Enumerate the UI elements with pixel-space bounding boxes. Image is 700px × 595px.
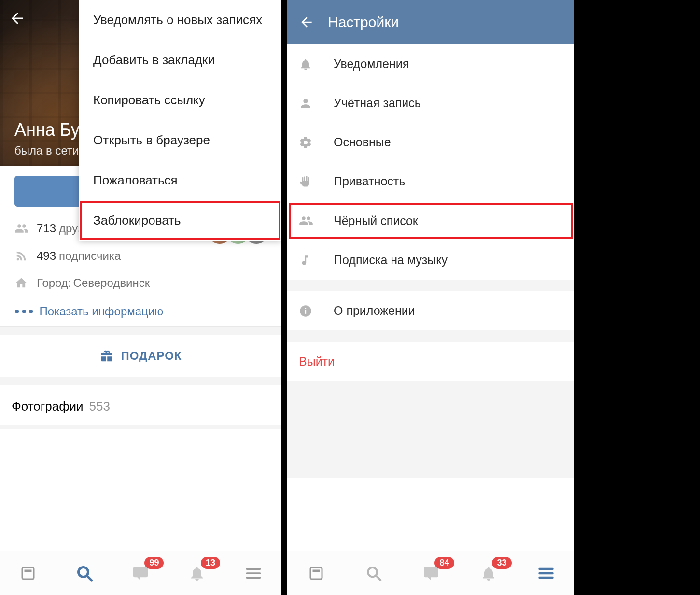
svg-line-3 bbox=[87, 576, 92, 581]
hamburger-icon bbox=[245, 565, 262, 582]
nav-menu[interactable] bbox=[532, 560, 560, 587]
profile-last-seen: была в сети bbox=[14, 144, 79, 157]
bell-icon bbox=[299, 57, 334, 71]
nav-news[interactable] bbox=[303, 560, 330, 587]
arrow-left-icon bbox=[9, 10, 26, 27]
settings-item-label: О приложении bbox=[334, 304, 415, 318]
menu-open-browser[interactable]: Открыть в браузере bbox=[79, 120, 281, 160]
search-icon bbox=[75, 564, 94, 583]
music-icon bbox=[299, 254, 334, 267]
show-info-label: Показать информацию bbox=[40, 305, 164, 318]
photos-label: Фотографии bbox=[12, 399, 84, 414]
separator bbox=[287, 381, 574, 478]
settings-blacklist[interactable]: Чёрный список bbox=[287, 201, 574, 241]
nav-news[interactable] bbox=[14, 560, 42, 587]
nav-notifications[interactable]: 13 bbox=[183, 560, 210, 587]
nav-search[interactable] bbox=[71, 560, 98, 587]
separator bbox=[0, 425, 281, 429]
photos-count: 553 bbox=[89, 399, 110, 414]
show-info-row[interactable]: ••• Показать информацию bbox=[0, 297, 281, 326]
settings-list: Уведомления Учётная запись Основные Прив… bbox=[287, 44, 574, 280]
appbar-title: Настройки bbox=[328, 14, 399, 30]
svg-rect-8 bbox=[312, 569, 320, 572]
separator bbox=[287, 280, 574, 291]
city-value: Северодвинск bbox=[73, 276, 150, 290]
city-row: Город: Северодвинск bbox=[0, 269, 281, 297]
profile-screen: Анна Бу была в сети Сообще 713 друзей 49… bbox=[0, 0, 287, 595]
settings-screen: Настройки Уведомления Учётная запись Осн… bbox=[287, 0, 574, 595]
svg-rect-6 bbox=[305, 308, 306, 309]
separator bbox=[0, 326, 281, 335]
badge-notifications: 13 bbox=[201, 557, 220, 569]
back-button[interactable] bbox=[9, 10, 26, 27]
settings-general[interactable]: Основные bbox=[287, 123, 574, 162]
info-icon bbox=[299, 304, 334, 318]
settings-privacy[interactable]: Приватность bbox=[287, 162, 574, 201]
friends-icon bbox=[14, 221, 37, 236]
friends-count: 713 bbox=[37, 222, 56, 235]
logout-button[interactable]: Выйти bbox=[287, 342, 574, 381]
svg-line-10 bbox=[376, 575, 380, 580]
settings-music[interactable]: Подписка на музыку bbox=[287, 241, 574, 280]
more-icon: ••• bbox=[14, 303, 36, 320]
city-label: Город: bbox=[37, 276, 71, 290]
menu-bookmark[interactable]: Добавить в закладки bbox=[79, 40, 281, 80]
followers-count: 493 bbox=[37, 249, 56, 263]
arrow-left-icon bbox=[299, 14, 314, 30]
menu-notify[interactable]: Уведомлять о новых записях bbox=[79, 0, 281, 40]
gift-label: ПОДАРОК bbox=[121, 349, 182, 363]
settings-item-label: Учётная запись bbox=[334, 96, 421, 110]
settings-item-label: Приватность bbox=[334, 174, 405, 188]
badge-messages: 84 bbox=[434, 557, 454, 569]
separator bbox=[0, 377, 281, 385]
rss-icon bbox=[14, 249, 37, 263]
appbar: Настройки bbox=[287, 0, 574, 44]
logout-label: Выйти bbox=[299, 354, 335, 368]
nav-search[interactable] bbox=[360, 560, 387, 587]
hand-icon bbox=[299, 175, 334, 188]
nav-messages[interactable]: 99 bbox=[127, 560, 154, 587]
gift-button[interactable]: ПОДАРОК bbox=[0, 335, 281, 377]
gift-icon bbox=[99, 349, 114, 363]
profile-menu-dropdown: Уведомлять о новых записях Добавить в за… bbox=[79, 0, 281, 241]
followers-row[interactable]: 493 подписчика bbox=[0, 242, 281, 269]
nav-menu[interactable] bbox=[240, 560, 267, 587]
nav-messages[interactable]: 84 bbox=[418, 560, 445, 587]
back-button[interactable] bbox=[299, 14, 314, 30]
menu-copy-link[interactable]: Копировать ссылку bbox=[79, 80, 281, 120]
svg-rect-1 bbox=[25, 569, 32, 572]
bottom-nav: 99 13 bbox=[0, 551, 281, 595]
settings-account[interactable]: Учётная запись bbox=[287, 84, 574, 123]
settings-item-label: Уведомления bbox=[334, 57, 409, 71]
bottom-nav: 84 33 bbox=[287, 551, 574, 595]
newsfeed-icon bbox=[19, 565, 37, 582]
menu-report[interactable]: Пожаловаться bbox=[79, 160, 281, 200]
settings-item-label: Подписка на музыку bbox=[334, 253, 448, 267]
followers-label: подписчика bbox=[59, 249, 121, 263]
separator bbox=[287, 330, 574, 342]
settings-item-label: Основные bbox=[334, 135, 391, 149]
badge-messages: 99 bbox=[144, 557, 164, 569]
svg-rect-5 bbox=[305, 310, 306, 313]
gear-icon bbox=[299, 136, 334, 149]
hamburger-icon bbox=[537, 565, 555, 582]
settings-notifications[interactable]: Уведомления bbox=[287, 44, 574, 84]
home-icon bbox=[14, 276, 37, 290]
photos-header[interactable]: Фотографии 553 bbox=[0, 385, 281, 425]
menu-block[interactable]: Заблокировать bbox=[79, 200, 281, 241]
settings-item-label: Чёрный список bbox=[334, 214, 418, 228]
profile-name: Анна Бу bbox=[14, 120, 80, 140]
settings-about[interactable]: О приложении bbox=[287, 291, 574, 330]
user-icon bbox=[299, 97, 334, 110]
newsfeed-icon bbox=[308, 565, 325, 582]
friends-icon bbox=[299, 213, 334, 228]
badge-notifications: 33 bbox=[492, 557, 511, 569]
svg-rect-7 bbox=[310, 567, 322, 579]
svg-rect-0 bbox=[22, 567, 34, 579]
search-icon bbox=[364, 564, 383, 582]
nav-notifications[interactable]: 33 bbox=[475, 560, 502, 587]
